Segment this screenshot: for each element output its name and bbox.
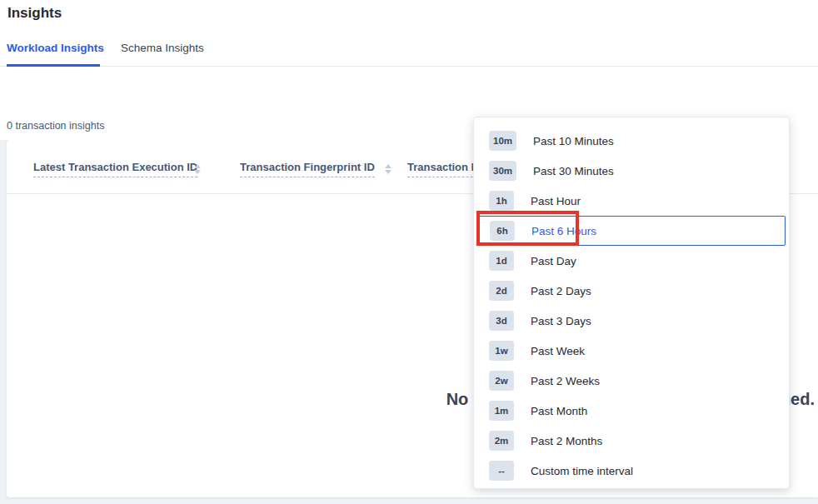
time-option-past-2-weeks[interactable]: 2w Past 2 Weeks <box>477 366 786 396</box>
time-option-badge: 3d <box>489 311 514 331</box>
time-option-past-month[interactable]: 1m Past Month <box>477 396 786 426</box>
time-option-label: Past 6 Hours <box>531 225 596 237</box>
time-option-past-3-days[interactable]: 3d Past 3 Days <box>477 306 786 336</box>
time-option-badge: 1w <box>489 341 514 361</box>
time-option-label: Past 10 Minutes <box>533 135 614 147</box>
time-option-label: Past 30 Minutes <box>533 165 614 177</box>
insights-count: 0 transaction insights <box>7 120 104 132</box>
time-option-label: Past Week <box>531 345 585 357</box>
tab-bar: Workload Insights Schema Insights <box>0 38 818 67</box>
time-option-label: Past Day <box>531 255 576 267</box>
column-header-transaction-fingerprint-id[interactable]: Transaction Fingerprint ID <box>240 161 375 177</box>
time-option-badge: 2d <box>489 281 514 301</box>
time-option-badge: 6h <box>490 221 515 241</box>
column-header-latest-transaction-execution-id[interactable]: Latest Transaction Execution ID <box>33 161 197 177</box>
time-option-past-week[interactable]: 1w Past Week <box>477 336 786 366</box>
page-title: Insights <box>7 5 62 22</box>
time-option-past-hour[interactable]: 1h Past Hour <box>477 186 786 216</box>
time-option-badge: 2w <box>489 371 514 391</box>
tab-schema-insights[interactable]: Schema Insights <box>121 42 204 54</box>
sort-icon[interactable] <box>194 164 201 174</box>
time-option-past-2-days[interactable]: 2d Past 2 Days <box>477 276 786 306</box>
time-option-badge: 10m <box>489 131 516 151</box>
time-option-badge: 30m <box>489 161 516 181</box>
time-option-label: Past 3 Days <box>531 315 591 327</box>
time-option-past-10-minutes[interactable]: 10m Past 10 Minutes <box>477 126 786 156</box>
time-option-past-30-minutes[interactable]: 30m Past 30 Minutes <box>477 156 786 186</box>
active-tab-underline <box>7 64 100 67</box>
time-option-badge: 1d <box>489 251 514 271</box>
time-option-badge: -- <box>489 461 514 481</box>
time-option-label: Past 2 Weeks <box>531 375 600 387</box>
time-option-badge: 1m <box>489 401 514 421</box>
time-option-label: Past 2 Months <box>531 435 602 447</box>
time-option-past-day[interactable]: 1d Past Day <box>477 246 786 276</box>
sort-icon[interactable] <box>385 164 392 174</box>
time-option-label: Past Hour <box>531 195 581 207</box>
time-interval-dropdown: 10m Past 10 Minutes 30m Past 30 Minutes … <box>473 117 790 489</box>
time-option-badge: 2m <box>489 431 514 451</box>
time-option-label: Custom time interval <box>531 465 633 477</box>
time-option-label: Past Month <box>531 405 587 417</box>
time-option-custom-time-interval[interactable]: -- Custom time interval <box>477 456 786 486</box>
time-option-past-6-hours[interactable]: 6h Past 6 Hours <box>477 216 786 246</box>
tab-workload-insights[interactable]: Workload Insights <box>7 42 104 54</box>
time-option-badge: 1h <box>489 191 514 211</box>
time-option-past-2-months[interactable]: 2m Past 2 Months <box>477 426 786 456</box>
time-option-label: Past 2 Days <box>531 285 591 297</box>
